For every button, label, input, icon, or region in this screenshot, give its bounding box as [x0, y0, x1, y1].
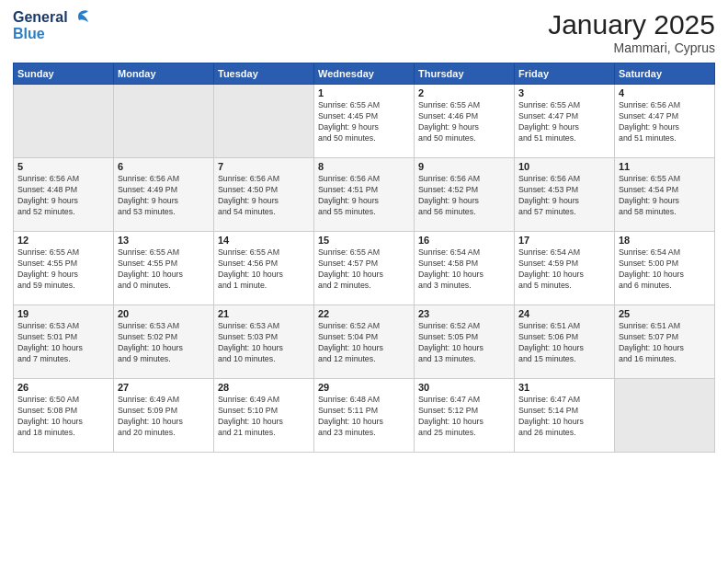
day-info: Sunrise: 6:51 AM Sunset: 5:07 PM Dayligh…	[619, 321, 711, 365]
day-info: Sunrise: 6:50 AM Sunset: 5:08 PM Dayligh…	[17, 395, 109, 439]
table-row: 3Sunrise: 6:55 AM Sunset: 4:47 PM Daylig…	[515, 85, 615, 158]
table-row: 15Sunrise: 6:55 AM Sunset: 4:57 PM Dayli…	[314, 232, 415, 305]
table-row: 22Sunrise: 6:52 AM Sunset: 5:04 PM Dayli…	[314, 305, 415, 379]
day-info: Sunrise: 6:56 AM Sunset: 4:53 PM Dayligh…	[518, 174, 610, 218]
table-row: 27Sunrise: 6:49 AM Sunset: 5:09 PM Dayli…	[114, 379, 214, 453]
table-row	[114, 85, 214, 158]
day-number: 5	[17, 161, 109, 172]
calendar-page: General Blue January 2025 Mammari, Cypru…	[0, 0, 728, 563]
day-info: Sunrise: 6:55 AM Sunset: 4:54 PM Dayligh…	[619, 174, 711, 218]
table-row	[14, 85, 114, 158]
table-row: 20Sunrise: 6:53 AM Sunset: 5:02 PM Dayli…	[114, 305, 214, 379]
day-number: 30	[418, 382, 510, 393]
day-number: 19	[17, 308, 109, 319]
day-info: Sunrise: 6:53 AM Sunset: 5:01 PM Dayligh…	[17, 321, 109, 365]
day-number: 22	[318, 308, 410, 319]
day-info: Sunrise: 6:55 AM Sunset: 4:55 PM Dayligh…	[118, 247, 210, 292]
day-info: Sunrise: 6:55 AM Sunset: 4:45 PM Dayligh…	[318, 100, 410, 144]
day-number: 15	[318, 235, 410, 246]
day-number: 25	[619, 308, 711, 319]
table-row: 5Sunrise: 6:56 AM Sunset: 4:48 PM Daylig…	[14, 158, 114, 232]
calendar-subtitle: Mammari, Cyprus	[548, 40, 715, 55]
table-row: 28Sunrise: 6:49 AM Sunset: 5:10 PM Dayli…	[214, 379, 314, 453]
day-info: Sunrise: 6:49 AM Sunset: 5:10 PM Dayligh…	[218, 395, 310, 439]
day-info: Sunrise: 6:51 AM Sunset: 5:06 PM Dayligh…	[518, 321, 610, 365]
day-number: 28	[218, 382, 310, 393]
day-info: Sunrise: 6:52 AM Sunset: 5:05 PM Dayligh…	[418, 321, 510, 365]
day-info: Sunrise: 6:56 AM Sunset: 4:52 PM Dayligh…	[418, 174, 510, 218]
calendar-title: January 2025	[548, 9, 715, 40]
day-info: Sunrise: 6:56 AM Sunset: 4:50 PM Dayligh…	[218, 174, 310, 218]
table-row: 16Sunrise: 6:54 AM Sunset: 4:58 PM Dayli…	[415, 232, 515, 305]
day-number: 29	[318, 382, 410, 393]
col-sunday: Sunday	[14, 63, 114, 85]
day-info: Sunrise: 6:55 AM Sunset: 4:56 PM Dayligh…	[218, 247, 310, 292]
day-info: Sunrise: 6:56 AM Sunset: 4:51 PM Dayligh…	[318, 174, 410, 218]
table-row: 19Sunrise: 6:53 AM Sunset: 5:01 PM Dayli…	[14, 305, 114, 379]
table-row	[615, 379, 715, 453]
table-row: 7Sunrise: 6:56 AM Sunset: 4:50 PM Daylig…	[214, 158, 314, 232]
day-number: 16	[418, 235, 510, 246]
table-row: 12Sunrise: 6:55 AM Sunset: 4:55 PM Dayli…	[14, 232, 114, 305]
day-info: Sunrise: 6:55 AM Sunset: 4:46 PM Dayligh…	[418, 100, 510, 144]
table-row: 26Sunrise: 6:50 AM Sunset: 5:08 PM Dayli…	[14, 379, 114, 453]
day-number: 24	[518, 308, 610, 319]
day-number: 31	[518, 382, 610, 393]
day-number: 10	[518, 161, 610, 172]
day-number: 14	[218, 235, 310, 246]
day-number: 21	[218, 308, 310, 319]
table-row: 9Sunrise: 6:56 AM Sunset: 4:52 PM Daylig…	[415, 158, 515, 232]
table-row: 30Sunrise: 6:47 AM Sunset: 5:12 PM Dayli…	[415, 379, 515, 453]
table-row: 13Sunrise: 6:55 AM Sunset: 4:55 PM Dayli…	[114, 232, 214, 305]
day-info: Sunrise: 6:54 AM Sunset: 5:00 PM Dayligh…	[619, 247, 711, 292]
day-number: 27	[118, 382, 210, 393]
day-info: Sunrise: 6:53 AM Sunset: 5:02 PM Dayligh…	[118, 321, 210, 365]
table-row: 23Sunrise: 6:52 AM Sunset: 5:05 PM Dayli…	[415, 305, 515, 379]
title-block: January 2025 Mammari, Cyprus	[548, 9, 715, 55]
table-row: 8Sunrise: 6:56 AM Sunset: 4:51 PM Daylig…	[314, 158, 415, 232]
day-info: Sunrise: 6:55 AM Sunset: 4:47 PM Dayligh…	[518, 100, 610, 144]
table-row: 14Sunrise: 6:55 AM Sunset: 4:56 PM Dayli…	[214, 232, 314, 305]
day-number: 11	[619, 161, 711, 172]
day-info: Sunrise: 6:48 AM Sunset: 5:11 PM Dayligh…	[318, 395, 410, 439]
col-thursday: Thursday	[415, 63, 515, 85]
table-row: 2Sunrise: 6:55 AM Sunset: 4:46 PM Daylig…	[415, 85, 515, 158]
table-row: 21Sunrise: 6:53 AM Sunset: 5:03 PM Dayli…	[214, 305, 314, 379]
day-info: Sunrise: 6:54 AM Sunset: 4:58 PM Dayligh…	[418, 247, 510, 292]
calendar-table: Sunday Monday Tuesday Wednesday Thursday…	[13, 63, 715, 453]
day-info: Sunrise: 6:55 AM Sunset: 4:55 PM Dayligh…	[17, 247, 109, 292]
day-info: Sunrise: 6:56 AM Sunset: 4:49 PM Dayligh…	[118, 174, 210, 218]
day-number: 9	[418, 161, 510, 172]
logo-bird-icon	[70, 9, 90, 26]
day-number: 13	[118, 235, 210, 246]
day-number: 17	[518, 235, 610, 246]
col-saturday: Saturday	[615, 63, 715, 85]
day-info: Sunrise: 6:47 AM Sunset: 5:12 PM Dayligh…	[418, 395, 510, 439]
table-row: 4Sunrise: 6:56 AM Sunset: 4:47 PM Daylig…	[615, 85, 715, 158]
table-row: 18Sunrise: 6:54 AM Sunset: 5:00 PM Dayli…	[615, 232, 715, 305]
logo: General Blue	[13, 9, 90, 42]
table-row: 11Sunrise: 6:55 AM Sunset: 4:54 PM Dayli…	[615, 158, 715, 232]
day-info: Sunrise: 6:54 AM Sunset: 4:59 PM Dayligh…	[518, 247, 610, 292]
day-info: Sunrise: 6:55 AM Sunset: 4:57 PM Dayligh…	[318, 247, 410, 292]
day-number: 8	[318, 161, 410, 172]
day-number: 3	[518, 87, 610, 98]
table-row: 31Sunrise: 6:47 AM Sunset: 5:14 PM Dayli…	[515, 379, 615, 453]
day-number: 1	[318, 87, 410, 98]
day-number: 18	[619, 235, 711, 246]
day-number: 7	[218, 161, 310, 172]
day-number: 26	[17, 382, 109, 393]
day-number: 23	[418, 308, 510, 319]
col-wednesday: Wednesday	[314, 63, 415, 85]
header: General Blue January 2025 Mammari, Cypru…	[13, 9, 715, 55]
day-info: Sunrise: 6:47 AM Sunset: 5:14 PM Dayligh…	[518, 395, 610, 439]
table-row: 29Sunrise: 6:48 AM Sunset: 5:11 PM Dayli…	[314, 379, 415, 453]
day-info: Sunrise: 6:56 AM Sunset: 4:47 PM Dayligh…	[619, 100, 711, 144]
day-number: 20	[118, 308, 210, 319]
day-info: Sunrise: 6:49 AM Sunset: 5:09 PM Dayligh…	[118, 395, 210, 439]
col-friday: Friday	[515, 63, 615, 85]
table-row	[214, 85, 314, 158]
day-info: Sunrise: 6:52 AM Sunset: 5:04 PM Dayligh…	[318, 321, 410, 365]
col-tuesday: Tuesday	[214, 63, 314, 85]
table-row: 25Sunrise: 6:51 AM Sunset: 5:07 PM Dayli…	[615, 305, 715, 379]
